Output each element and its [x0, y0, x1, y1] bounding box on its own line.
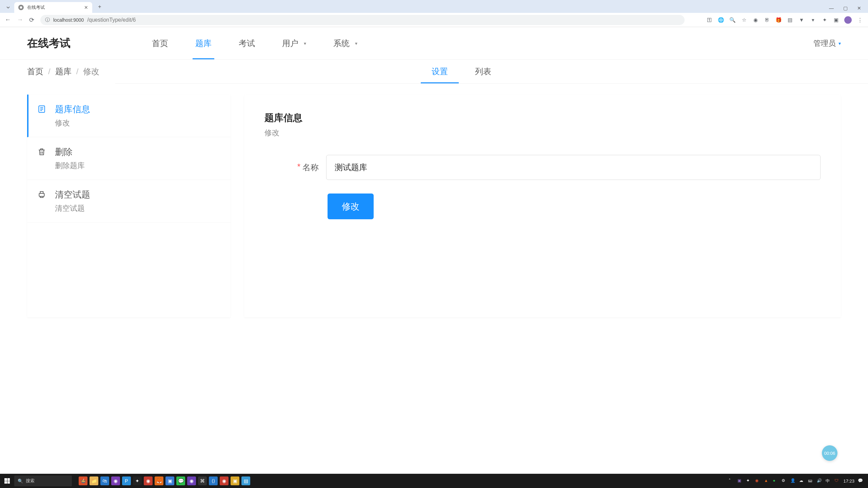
extension-icons: ⚿ 🌐 🔍 ☆ ◉ ⛨ 🎁 ▤ ▼ ▾ ✦ ▣ ⋮: [706, 16, 863, 24]
tray-up-icon[interactable]: ˄: [729, 478, 734, 484]
browser-toolbar: ← → ⟳ ⓘ localhost:9000/questionType/edit…: [0, 13, 868, 27]
tray-icon[interactable]: 🖴: [808, 478, 813, 484]
clock[interactable]: 17:23: [843, 479, 854, 484]
chevron-down-icon: ▾: [304, 41, 306, 46]
forward-button[interactable]: →: [17, 16, 23, 23]
file-icon: [37, 105, 47, 114]
breadcrumb-qbank[interactable]: 题库: [55, 66, 72, 77]
taskbar-search[interactable]: 🔍 搜索: [14, 475, 72, 486]
sidebar-item-info[interactable]: 题库信息 修改: [27, 95, 231, 137]
volume-icon[interactable]: 🔊: [817, 478, 822, 484]
sidebar-item-delete[interactable]: 删除 删除题库: [27, 137, 231, 180]
tray-icon[interactable]: ⚙: [782, 478, 787, 484]
subtab-settings[interactable]: 设置: [418, 60, 461, 83]
tray-icon[interactable]: ☁: [799, 478, 805, 484]
ime-icon[interactable]: 中: [826, 478, 831, 484]
shield-icon[interactable]: ⛨: [764, 17, 770, 23]
camera-icon[interactable]: ◉: [752, 17, 759, 23]
tray-icon[interactable]: ▲: [764, 478, 769, 484]
subtabs: 设置 列表: [418, 60, 505, 83]
notifications-icon[interactable]: 💬: [858, 478, 863, 484]
close-window-button[interactable]: ✕: [857, 5, 861, 11]
panel: 题库信息 修改 * 名称 修改: [244, 95, 841, 318]
tray-icon[interactable]: 👤: [790, 478, 796, 484]
start-button[interactable]: [0, 474, 14, 488]
breadcrumb-separator: /: [76, 67, 79, 76]
tab-strip: 在线考试 ✕ + — ▢ ✕: [0, 0, 868, 13]
name-input[interactable]: [326, 155, 821, 180]
panel-subtitle: 修改: [264, 128, 821, 138]
profile-avatar[interactable]: [844, 16, 852, 24]
sidebar-item-clear[interactable]: 清空试题 清空试题: [27, 180, 231, 223]
puzzle-icon[interactable]: ✦: [821, 17, 828, 23]
app-logo[interactable]: 在线考试: [27, 36, 71, 51]
nav-system[interactable]: 系统▾: [320, 27, 371, 59]
flag-icon[interactable]: ▼: [798, 17, 805, 23]
nav-exam[interactable]: 考试: [225, 27, 269, 59]
wechat-icon[interactable]: 💬: [176, 476, 185, 485]
app-icon[interactable]: 🍲: [79, 476, 87, 485]
user-dropdown[interactable]: 管理员 ▾: [813, 38, 841, 48]
browser-tab[interactable]: 在线考试 ✕: [14, 2, 92, 13]
note-icon[interactable]: ▤: [787, 17, 793, 23]
sidebar-item-title: 清空试题: [55, 189, 90, 201]
password-icon[interactable]: ⚿: [706, 17, 713, 23]
app-icon[interactable]: P: [122, 476, 131, 485]
panel-title: 题库信息: [264, 111, 821, 124]
app-icon[interactable]: ◉: [187, 476, 196, 485]
site-info-icon[interactable]: ⓘ: [45, 17, 50, 23]
firefox-icon[interactable]: 🦊: [155, 476, 163, 485]
minimize-button[interactable]: —: [829, 5, 834, 11]
url-host: localhost:9000: [53, 17, 84, 23]
app-icon[interactable]: ◉: [144, 476, 153, 485]
form-label: * 名称: [264, 162, 319, 173]
explorer-icon[interactable]: 📁: [90, 476, 98, 485]
nav-user[interactable]: 用户▾: [269, 27, 320, 59]
breadcrumb: 首页 / 题库 / 修改: [27, 66, 99, 77]
tray-icon[interactable]: ●: [773, 478, 778, 484]
tray-icon[interactable]: 🛡: [834, 478, 840, 484]
search-placeholder: 搜索: [26, 478, 35, 484]
bookmark-icon[interactable]: ☆: [741, 17, 747, 23]
reload-button[interactable]: ⟳: [29, 16, 34, 24]
floating-timer-badge[interactable]: 00:06: [822, 445, 837, 461]
tray-icon[interactable]: ✦: [746, 478, 752, 484]
app-icon[interactable]: ◉: [111, 476, 120, 485]
tab-title: 在线考试: [27, 4, 81, 11]
gift-icon[interactable]: 🎁: [775, 17, 782, 23]
window-controls: — ▢ ✕: [829, 5, 868, 13]
trash-icon: [37, 147, 47, 157]
app-icon[interactable]: ▣: [231, 476, 239, 485]
required-star: *: [297, 162, 300, 173]
tray-icon[interactable]: ▣: [737, 478, 743, 484]
breadcrumb-home[interactable]: 首页: [27, 66, 43, 77]
panel-icon[interactable]: ▣: [833, 17, 840, 23]
app-icon[interactable]: ⌘: [198, 476, 207, 485]
menu-icon[interactable]: ⋮: [856, 17, 863, 23]
app-icon[interactable]: ◉: [220, 476, 229, 485]
app-icon[interactable]: ▤: [241, 476, 250, 485]
submit-button[interactable]: 修改: [328, 194, 374, 219]
sub-header: 首页 / 题库 / 修改 设置 列表: [0, 60, 868, 83]
vscode-icon[interactable]: ⟨⟩: [209, 476, 218, 485]
tab-dropdown-button[interactable]: [4, 3, 12, 12]
translate-icon[interactable]: 🌐: [717, 17, 724, 23]
subtab-list[interactable]: 列表: [461, 60, 505, 83]
back-button[interactable]: ←: [5, 16, 11, 23]
nav-home[interactable]: 首页: [138, 27, 182, 59]
nav-question-bank[interactable]: 题库: [182, 27, 225, 59]
breadcrumb-separator: /: [48, 67, 51, 76]
tray-icon[interactable]: ◉: [755, 478, 761, 484]
cloud-icon[interactable]: ▾: [810, 17, 816, 23]
url-bar[interactable]: ⓘ localhost:9000/questionType/edit/6: [40, 15, 685, 25]
name-label: 名称: [302, 162, 319, 173]
windows-icon: [4, 478, 10, 484]
new-tab-button[interactable]: +: [95, 2, 104, 12]
zoom-icon[interactable]: 🔍: [729, 17, 736, 23]
maximize-button[interactable]: ▢: [843, 5, 848, 11]
close-tab-icon[interactable]: ✕: [84, 5, 88, 10]
app-icon[interactable]: ✦: [133, 476, 142, 485]
store-icon[interactable]: 🛍: [100, 476, 109, 485]
app-icon[interactable]: ▣: [165, 476, 174, 485]
system-tray: ˄ ▣ ✦ ◉ ▲ ● ⚙ 👤 ☁ 🖴 🔊 中 🛡 17:23 💬: [724, 478, 868, 484]
